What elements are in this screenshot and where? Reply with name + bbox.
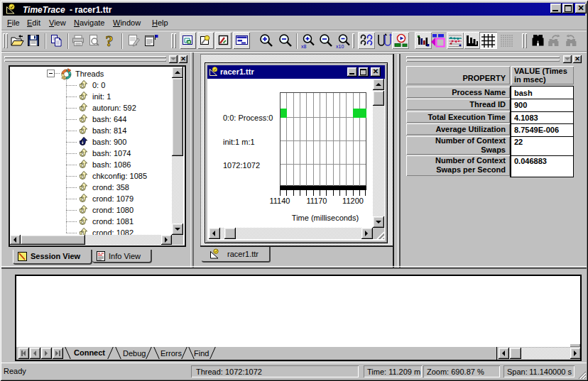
svg-text:?: ? (106, 33, 114, 49)
svg-text:x10: x10 (336, 44, 344, 49)
svg-text:x8: x8 (301, 44, 307, 49)
